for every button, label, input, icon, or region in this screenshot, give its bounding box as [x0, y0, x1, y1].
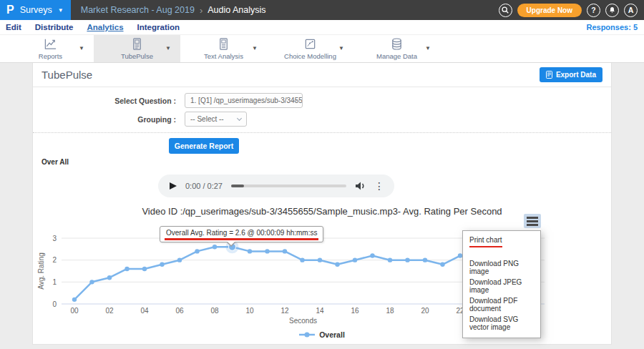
svg-text:12: 12: [280, 307, 289, 315]
nav-item-distribute[interactable]: Distribute: [35, 23, 74, 31]
play-button[interactable]: [170, 182, 177, 190]
chart-context-menu: Print chartDownload PNG imageDownload JP…: [462, 230, 541, 338]
data-point: [160, 262, 164, 267]
pulse-report-icon: [130, 37, 144, 51]
legend-marker-icon: [299, 331, 315, 338]
breadcrumb-separator: ›: [200, 5, 203, 16]
select-question-dropdown[interactable]: 1. [Q1] /qp_userimages/sub-3/3455655/S..…: [185, 93, 303, 108]
data-point: [405, 257, 409, 262]
svg-text:10: 10: [245, 307, 254, 315]
audio-played-progress: [231, 185, 244, 187]
data-point: [388, 257, 392, 262]
svg-text:0: 0: [52, 300, 57, 308]
search-button[interactable]: [499, 4, 512, 17]
menu-item-download-png-image[interactable]: Download PNG image: [463, 258, 540, 277]
svg-text:2: 2: [52, 256, 57, 264]
toolbar-item-tubepulse[interactable]: TubePulse▼: [94, 35, 180, 62]
data-point: [89, 280, 94, 284]
chart: Video ID :/qp_userimages/sub-3/3455655/S…: [33, 202, 611, 328]
chevron-down-icon[interactable]: ▼: [165, 45, 171, 51]
toolbar-item-manage-data[interactable]: Manage Data▼: [353, 35, 440, 62]
hamburger-icon: [527, 217, 538, 219]
top-header: P Surveys ▼ Market Research - Aug 2019 ›…: [0, 0, 644, 20]
menu-item-print-chart[interactable]: Print chart: [463, 235, 540, 249]
audio-player: 0:00 / 0:27 ⋮: [158, 174, 394, 197]
svg-text:02: 02: [105, 307, 114, 315]
grouping-dropdown[interactable]: -- Select --: [185, 112, 247, 127]
data-point: [125, 267, 129, 271]
data-point: [318, 257, 322, 262]
chevron-down-icon[interactable]: ▼: [425, 45, 431, 51]
section-divider: [33, 132, 611, 133]
report-form: Select Question : 1. [Q1] /qp_userimages…: [33, 93, 611, 127]
toolbar-item-text-analysis[interactable]: Text Analysis▼: [180, 35, 267, 62]
product-switcher[interactable]: P Surveys ▼: [0, 0, 71, 20]
data-point: [248, 249, 252, 253]
page-body: TubePulse Export Data Select Question : …: [0, 63, 644, 349]
notifications-button[interactable]: [605, 4, 619, 17]
chart-menu-button[interactable]: [524, 214, 541, 228]
nav-item-edit[interactable]: Edit: [6, 23, 21, 31]
survey-nav: EditDistributeAnalyticsIntegration Respo…: [0, 20, 644, 34]
nav-item-analytics[interactable]: Analytics: [87, 23, 123, 31]
legend-series-label: Overall: [319, 330, 345, 339]
breadcrumb: Market Research - Aug 2019 › Audio Analy…: [81, 5, 266, 16]
data-point: [335, 262, 339, 267]
data-point: [142, 267, 147, 271]
breadcrumb-current-page: Audio Analysis: [208, 5, 265, 15]
questionpro-logo: P: [6, 4, 14, 16]
audio-seek-bar[interactable]: [231, 185, 346, 187]
menu-item-download-jpeg-image[interactable]: Download JPEG image: [463, 277, 540, 295]
svg-text:3: 3: [52, 235, 57, 242]
toolbar-item-reports[interactable]: Reports▼: [7, 35, 94, 62]
data-point: [283, 249, 287, 253]
analytics-toolbar: Reports▼TubePulse▼Text Analysis▼Choice M…: [0, 34, 644, 63]
toolbar-item-choice-modelling[interactable]: Choice Modelling▼: [267, 35, 353, 62]
svg-text:16: 16: [351, 307, 359, 315]
responses-count: Responses: 5: [586, 23, 644, 31]
annotation-red-underline: [165, 238, 318, 240]
nav-item-integration[interactable]: Integration: [137, 23, 180, 31]
menu-item-download-svg-vector-image[interactable]: Download SVG vector image: [463, 314, 540, 333]
svg-text:00: 00: [70, 307, 79, 315]
chevron-down-icon: ▼: [58, 7, 64, 14]
toolbar-item-label: Reports: [39, 52, 62, 60]
data-point: [300, 257, 304, 262]
svg-text:18: 18: [386, 307, 394, 315]
data-point: [107, 275, 112, 280]
svg-text:14: 14: [316, 307, 324, 315]
svg-text:04: 04: [140, 307, 149, 315]
breadcrumb-survey-link[interactable]: Market Research - Aug 2019: [81, 5, 195, 15]
header-actions: Upgrade Now ? A: [499, 4, 644, 17]
export-data-label: Export Data: [556, 71, 596, 79]
data-point: [353, 257, 357, 262]
menu-item-download-pdf-document[interactable]: Download PDF document: [463, 295, 540, 314]
help-button[interactable]: ?: [587, 4, 600, 17]
data-point: [72, 298, 77, 302]
product-name: Surveys: [20, 5, 52, 15]
audio-time: 0:00 / 0:27: [185, 182, 223, 190]
export-data-button[interactable]: Export Data: [540, 67, 602, 82]
tooltip-text: Overall Avg. Rating = 2.6 @ 00:00:09 hh:…: [166, 229, 317, 237]
chevron-down-icon[interactable]: ▼: [252, 45, 258, 51]
toolbar-item-label: Manage Data: [376, 52, 417, 60]
data-point: [177, 257, 182, 262]
data-point: [265, 249, 269, 253]
volume-icon[interactable]: [355, 181, 366, 191]
avatar[interactable]: A: [624, 4, 638, 17]
svg-text:Seconds: Seconds: [289, 317, 317, 325]
tubepulse-panel: TubePulse Export Data Select Question : …: [32, 63, 612, 345]
audio-more-options-button[interactable]: ⋮: [374, 181, 384, 191]
select-question-value: 1. [Q1] /qp_userimages/sub-3/3455655/S..…: [190, 97, 303, 104]
overall-label: Over All: [42, 158, 611, 166]
chevron-down-icon[interactable]: ▼: [338, 45, 344, 51]
svg-text:1: 1: [52, 278, 57, 286]
upgrade-now-button[interactable]: Upgrade Now: [517, 4, 582, 17]
data-point: [195, 249, 199, 253]
grouping-label: Grouping :: [33, 115, 185, 124]
panel-header: TubePulse Export Data: [33, 63, 611, 87]
bell-icon: [608, 6, 616, 14]
generate-report-button[interactable]: Generate Report: [169, 138, 239, 154]
toolbar-item-label: TubePulse: [121, 52, 153, 60]
chevron-down-icon[interactable]: ▼: [79, 45, 84, 51]
